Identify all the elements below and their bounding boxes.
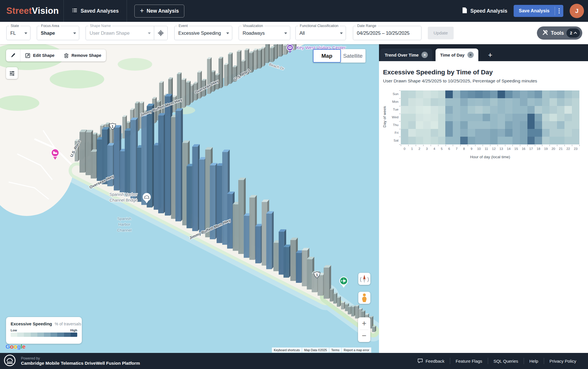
heatmap-cell-Fri-11[interactable] — [483, 129, 490, 137]
heatmap-cell-Wed-19[interactable] — [542, 114, 550, 121]
close-icon[interactable]: × — [467, 52, 474, 58]
heatmap-cell-Mon-20[interactable] — [550, 98, 557, 106]
heatmap-cell-Mon-1[interactable] — [408, 98, 416, 106]
heatmap-cell-Sun-11[interactable] — [483, 90, 490, 98]
event-select[interactable]: Event Excessive Speeding — [174, 26, 232, 40]
heatmap-cell-Mon-9[interactable] — [468, 98, 475, 106]
heatmap-cell-Mon-6[interactable] — [445, 98, 453, 106]
heatmap-cell-Sat-17[interactable] — [527, 137, 535, 144]
heatmap-cell-Sat-16[interactable] — [520, 137, 527, 144]
heatmap-cell-Sun-6[interactable] — [445, 90, 453, 98]
current-analysis-indicator[interactable]: Speed Analysis — [462, 7, 507, 15]
heatmap-cell-Mon-0[interactable] — [401, 98, 408, 106]
heatmap-cell-Thu-10[interactable] — [475, 121, 483, 129]
heatmap-cell-Tue-4[interactable] — [431, 106, 438, 114]
new-analysis-button[interactable]: + New Analysis — [134, 5, 184, 18]
heatmap-cell-Tue-9[interactable] — [468, 106, 475, 114]
heatmap-cell-Sat-19[interactable] — [542, 137, 550, 144]
map-canvas[interactable]: Key West Visitors CenterBeach DrU.S. Rte… — [0, 44, 379, 353]
heatmap-cell-Thu-23[interactable] — [572, 121, 579, 129]
heatmap-cell-Sat-1[interactable] — [408, 137, 416, 144]
heatmap-cell-Mon-10[interactable] — [475, 98, 483, 106]
heatmap-cell-Fri-17[interactable] — [527, 129, 535, 137]
heatmap-cell-Sat-23[interactable] — [572, 137, 579, 144]
heatmap-cell-Sun-23[interactable] — [572, 90, 579, 98]
heatmap-cell-Fri-1[interactable] — [408, 129, 416, 137]
heatmap-cell-Thu-11[interactable] — [483, 121, 490, 129]
heatmap-cell-Thu-3[interactable] — [423, 121, 431, 129]
footer-link-feature-flags[interactable]: Feature Flags — [450, 359, 488, 364]
heatmap-cell-Wed-4[interactable] — [431, 114, 438, 121]
heatmap-cell-Sun-18[interactable] — [535, 90, 542, 98]
heatmap-cell-Mon-4[interactable] — [431, 98, 438, 106]
saved-analyses-button[interactable]: Saved Analyses — [64, 0, 127, 22]
heatmap-cell-Sun-10[interactable] — [475, 90, 483, 98]
date-range-input[interactable]: Date Range 04/25/2025 – 10/25/2025 — [353, 26, 421, 40]
heatmap-cell-Fri-12[interactable] — [490, 129, 498, 137]
heatmap-cell-Thu-19[interactable] — [542, 121, 550, 129]
heatmap-cell-Sat-9[interactable] — [468, 137, 475, 144]
heatmap-cell-Wed-23[interactable] — [572, 114, 579, 121]
heatmap-cell-Thu-16[interactable] — [520, 121, 527, 129]
heatmap-cell-Sat-11[interactable] — [483, 137, 490, 144]
heatmap-cell-Fri-6[interactable] — [445, 129, 453, 137]
heatmap-cell-Fri-7[interactable] — [453, 129, 460, 137]
heatmap-cell-Thu-8[interactable] — [460, 121, 468, 129]
heatmap-cell-Mon-23[interactable] — [572, 98, 579, 106]
footer-link-help[interactable]: Help — [524, 359, 544, 364]
heatmap-cell-Mon-2[interactable] — [416, 98, 423, 106]
shape-name-value[interactable]: User Drawn Shape — [90, 30, 154, 36]
heatmap-cell-Sun-20[interactable] — [550, 90, 557, 98]
heatmap-cell-Thu-15[interactable] — [512, 121, 520, 129]
heatmap-cell-Sat-21[interactable] — [557, 137, 564, 144]
heatmap-cell-Sun-3[interactable] — [423, 90, 431, 98]
heatmap-cell-Sat-12[interactable] — [490, 137, 498, 144]
update-button[interactable]: Update — [428, 27, 454, 39]
heatmap-cell-Fri-15[interactable] — [512, 129, 520, 137]
heatmap-cell-Sun-19[interactable] — [542, 90, 550, 98]
satellite-view-button[interactable]: Satellite — [340, 49, 365, 63]
heatmap-cell-Thu-1[interactable] — [408, 121, 416, 129]
map-settings-button[interactable] — [6, 67, 18, 79]
heatmap-cell-Fri-3[interactable] — [423, 129, 431, 137]
heatmap-cell-Mon-7[interactable] — [453, 98, 460, 106]
heatmap-cell-Tue-20[interactable] — [550, 106, 557, 114]
heatmap-grid[interactable] — [401, 90, 579, 144]
heatmap-cell-Wed-22[interactable] — [564, 114, 572, 121]
heatmap-cell-Thu-22[interactable] — [564, 121, 572, 129]
heatmap-cell-Thu-18[interactable] — [535, 121, 542, 129]
heatmap-cell-Wed-6[interactable] — [445, 114, 453, 121]
heatmap-cell-Tue-5[interactable] — [438, 106, 446, 114]
footer-link-sql-queries[interactable]: SQL Queries — [488, 359, 524, 364]
heatmap-cell-Mon-3[interactable] — [423, 98, 431, 106]
heatmap-cell-Mon-21[interactable] — [557, 98, 564, 106]
heatmap-cell-Sun-14[interactable] — [505, 90, 512, 98]
heatmap-cell-Tue-22[interactable] — [564, 106, 572, 114]
heatmap-cell-Fri-13[interactable] — [498, 129, 505, 137]
heatmap-cell-Thu-4[interactable] — [431, 121, 438, 129]
heatmap-cell-Mon-19[interactable] — [542, 98, 550, 106]
heatmap-cell-Tue-8[interactable] — [460, 106, 468, 114]
heatmap-cell-Mon-5[interactable] — [438, 98, 446, 106]
attribution-item[interactable]: Keyboard shortcuts — [272, 347, 302, 353]
attribution-item[interactable]: Map Data ©2025 — [302, 347, 329, 353]
heatmap-cell-Fri-2[interactable] — [416, 129, 423, 137]
heatmap-cell-Wed-12[interactable] — [490, 114, 498, 121]
add-tab-button[interactable]: + — [486, 51, 495, 61]
heatmap-cell-Thu-17[interactable] — [527, 121, 535, 129]
heatmap-cell-Wed-21[interactable] — [557, 114, 564, 121]
heatmap-cell-Sun-8[interactable] — [460, 90, 468, 98]
heatmap-cell-Fri-18[interactable] — [535, 129, 542, 137]
heatmap-cell-Tue-19[interactable] — [542, 106, 550, 114]
functional-classification-select[interactable]: Functional Classification All — [295, 26, 346, 40]
heatmap-cell-Sun-22[interactable] — [564, 90, 572, 98]
heatmap-cell-Sun-4[interactable] — [431, 90, 438, 98]
heatmap-cell-Thu-20[interactable] — [550, 121, 557, 129]
heatmap-cell-Fri-16[interactable] — [520, 129, 527, 137]
heatmap-cell-Tue-16[interactable] — [520, 106, 527, 114]
locate-shape-button[interactable] — [154, 26, 167, 40]
edit-shape-button[interactable]: Edit Shape — [20, 49, 59, 61]
heatmap-cell-Sat-0[interactable] — [401, 137, 408, 144]
heatmap-cell-Tue-3[interactable] — [423, 106, 431, 114]
heatmap-cell-Wed-15[interactable] — [512, 114, 520, 121]
